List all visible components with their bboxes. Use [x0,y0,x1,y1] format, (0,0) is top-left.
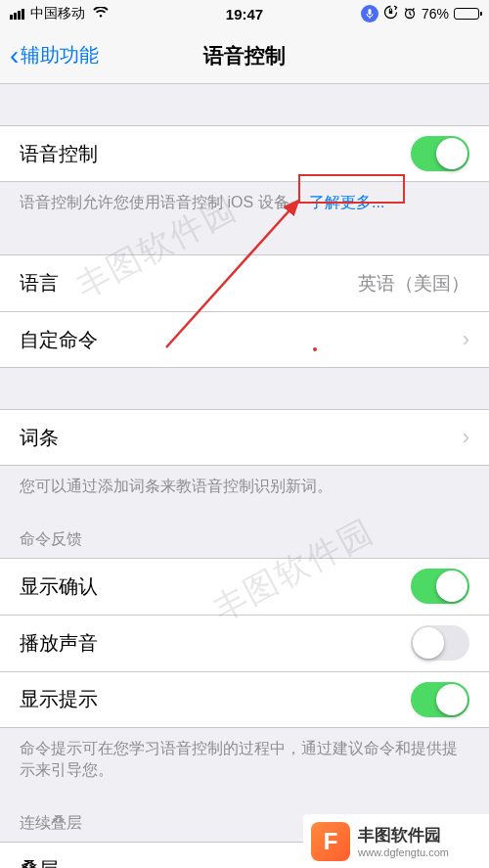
show-hints-row: 显示提示 [0,671,489,728]
content-scroll[interactable]: 语音控制 语音控制允许您使用语音控制 iOS 设备。 了解更多... 语言 英语… [0,84,489,868]
svg-rect-0 [368,9,371,15]
page-title: 语音控制 [203,42,286,69]
vocab-row[interactable]: 词条 › [0,409,489,466]
orientation-lock-icon [383,5,398,23]
custom-commands-row[interactable]: 自定命令 › [0,311,489,368]
voice-control-row: 语音控制 [0,125,489,182]
svg-rect-1 [389,11,392,14]
show-confirm-row: 显示确认 [0,558,489,615]
play-sound-label: 播放声音 [20,630,411,657]
annotation-dot [313,347,317,351]
back-button[interactable]: ‹ 辅助功能 [10,42,99,69]
wifi-icon [93,6,109,22]
voice-control-label: 语音控制 [20,141,411,167]
language-value: 英语（美国） [358,271,469,297]
show-hints-label: 显示提示 [20,686,411,712]
status-time: 19:47 [226,6,263,23]
status-right: 76% [361,5,479,23]
language-row[interactable]: 语言 英语（美国） [0,254,489,311]
voice-indicator-icon [361,5,378,23]
signal-icon [10,9,24,20]
play-sound-row: 播放声音 [0,615,489,671]
voice-control-footer-text: 语音控制允许您使用语音控制 iOS 设备。 [20,194,305,210]
learn-more-link[interactable]: 了解更多... [309,194,384,210]
status-left: 中国移动 [10,5,109,23]
battery-percent: 76% [422,6,449,22]
watermark-badge: F 丰图软件园 www.dgfengtu.com [303,814,489,868]
show-confirm-label: 显示确认 [20,573,411,600]
show-confirm-switch[interactable] [411,569,469,604]
nav-bar: ‹ 辅助功能 语音控制 [0,27,489,84]
vocab-label: 词条 [20,425,455,451]
show-hints-switch[interactable] [411,682,469,717]
chevron-left-icon: ‹ [10,42,19,69]
play-sound-switch[interactable] [411,625,469,661]
voice-control-switch[interactable] [411,136,469,171]
watermark-logo-icon: F [311,822,350,861]
voice-control-footer: 语音控制允许您使用语音控制 iOS 设备。 了解更多... [0,182,489,213]
status-bar: 中国移动 19:47 76% [0,0,489,27]
vocab-footer: 您可以通过添加词条来教语音控制识别新词。 [0,466,489,497]
watermark-url: www.dgfengtu.com [358,846,449,858]
alarm-icon [403,6,417,23]
chevron-right-icon: › [463,425,469,450]
language-label: 语言 [20,270,358,297]
carrier-label: 中国移动 [30,5,85,23]
battery-icon [454,8,479,20]
chevron-right-icon: › [463,327,469,352]
hints-footer: 命令提示可在您学习语音控制的过程中，通过建议命令和提供提示来引导您。 [0,728,489,782]
back-label: 辅助功能 [21,42,99,69]
feedback-header: 命令反馈 [0,529,489,558]
custom-commands-label: 自定命令 [20,327,455,353]
watermark-title: 丰图软件园 [358,824,449,846]
